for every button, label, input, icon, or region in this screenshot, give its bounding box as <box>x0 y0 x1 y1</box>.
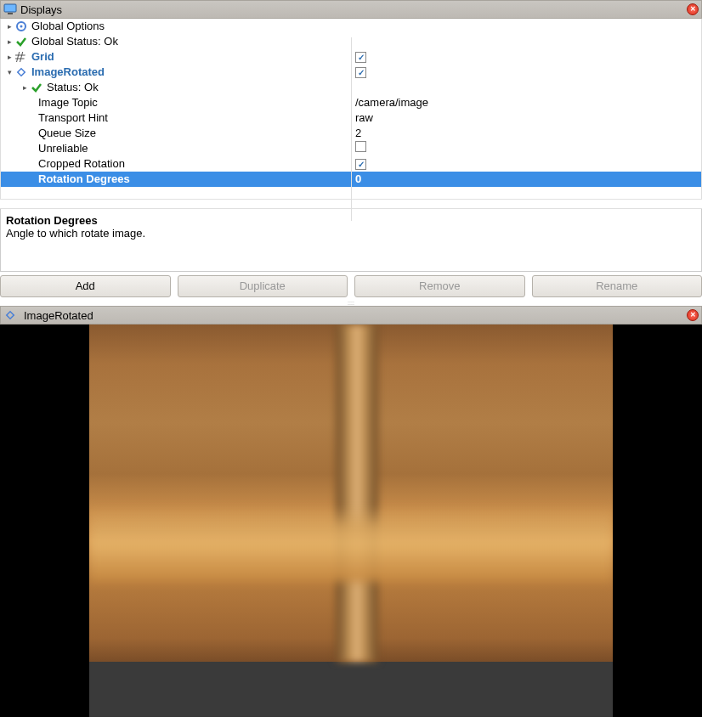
queue-size-value[interactable]: 2 <box>352 126 701 141</box>
expand-arrow-icon[interactable]: ▸ <box>20 80 30 95</box>
close-icon[interactable] <box>687 3 699 15</box>
description-text: Angle to which rotate image. <box>6 227 696 240</box>
unreliable-checkbox[interactable] <box>355 141 366 152</box>
expand-arrow-icon[interactable]: ▸ <box>4 34 14 49</box>
collapse-arrow-icon[interactable]: ▾ <box>4 65 14 80</box>
grid-icon <box>14 51 28 63</box>
check-icon <box>30 82 43 93</box>
svg-rect-4 <box>18 69 25 76</box>
grid-checkbox[interactable]: ✓ <box>355 52 366 63</box>
tree-item-global-options[interactable]: ▸ Global Options <box>1 19 701 34</box>
rename-button[interactable]: Rename <box>532 275 703 297</box>
diamond-icon <box>14 66 28 78</box>
close-icon[interactable] <box>687 309 699 321</box>
button-row: Add Duplicate Remove Rename <box>0 272 702 301</box>
svg-rect-0 <box>4 4 16 12</box>
camera-image <box>89 324 613 717</box>
expand-arrow-icon[interactable]: ▸ <box>4 49 14 65</box>
image-rotated-checkbox[interactable]: ✓ <box>355 67 366 78</box>
svg-rect-1 <box>8 13 13 14</box>
gear-icon <box>14 20 28 32</box>
duplicate-button[interactable]: Duplicate <box>178 275 348 297</box>
rotation-degrees-value[interactable]: 0 <box>352 172 701 187</box>
image-viewport <box>0 324 702 717</box>
displays-panel-header: Displays <box>0 0 702 19</box>
svg-rect-5 <box>7 312 14 319</box>
image-panel-title: ImageRotated <box>24 309 93 322</box>
check-icon <box>14 36 28 48</box>
transport-hint-value[interactable]: raw <box>352 110 701 126</box>
displays-panel-title: Displays <box>20 3 62 16</box>
expand-arrow-icon[interactable]: ▸ <box>4 19 14 34</box>
remove-button[interactable]: Remove <box>354 275 525 297</box>
diamond-icon <box>3 309 17 321</box>
svg-point-3 <box>20 25 23 28</box>
image-panel-header: ImageRotated <box>0 306 702 324</box>
cropped-rotation-checkbox[interactable]: ✓ <box>355 159 366 170</box>
monitor-icon <box>3 3 17 15</box>
image-topic-value[interactable]: /camera/image <box>352 95 701 110</box>
add-button[interactable]: Add <box>0 275 171 297</box>
